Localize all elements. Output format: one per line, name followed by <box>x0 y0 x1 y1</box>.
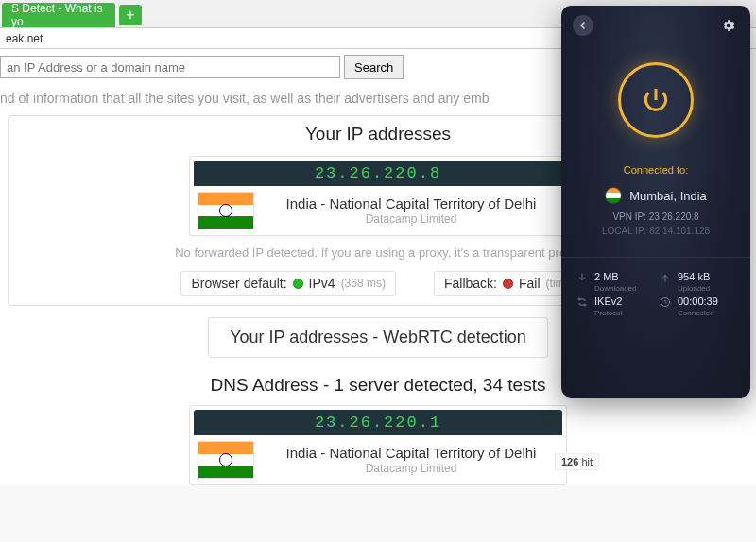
time-label: Connected <box>678 309 718 318</box>
status-dot-green-icon <box>293 279 303 289</box>
fail-label: Fail <box>519 276 541 291</box>
new-tab-button[interactable]: + <box>119 5 142 25</box>
tab-title: S Detect - What is yo <box>11 2 106 28</box>
vpn-ips: VPN IP: 23.26.220.8 LOCAL IP: 82.14.101.… <box>561 210 750 238</box>
vpn-location: Mumbai, India <box>629 189 707 203</box>
vpn-location-row[interactable]: Mumbai, India <box>561 187 750 204</box>
down-label: Downloaded <box>594 284 636 294</box>
fallback-pill: Fallback: Fail (tim <box>434 271 576 296</box>
up-label: Uploaded <box>678 284 710 294</box>
vpn-panel: Connected to: Mumbai, India VPN IP: 23.2… <box>561 6 750 398</box>
proto-value: IKEv2 <box>594 296 622 309</box>
svg-point-1 <box>584 304 586 306</box>
fallback-label: Fallback: <box>444 276 497 291</box>
local-ip-value: 82.14.101.128 <box>649 226 710 236</box>
hit-count: 126 <box>561 456 578 467</box>
browser-default-label: Browser default: <box>191 276 286 291</box>
local-ip-label: LOCAL IP: <box>602 226 646 236</box>
ip-provider: Datacamp Limited <box>264 212 558 226</box>
ip-location: India - National Capital Territory of De… <box>264 195 558 212</box>
settings-button[interactable] <box>718 15 739 36</box>
dns-provider: Datacamp Limited <box>264 462 558 475</box>
back-button[interactable] <box>573 15 593 36</box>
proto-label: Protocol <box>594 309 622 318</box>
vpn-stats: 2 MB Downloaded 954 kB Uploaded IKEv2 Pr… <box>561 257 750 330</box>
dns-ip-value: 23.26.220.1 <box>194 410 562 435</box>
browser-tab[interactable]: S Detect - What is yo <box>2 3 115 27</box>
ipv4-latency: (368 ms) <box>341 277 386 290</box>
stat-protocol: IKEv2 Protocol <box>576 296 652 318</box>
down-value: 2 MB <box>594 271 636 284</box>
browser-default-pill: Browser default: IPv4 (368 ms) <box>180 271 396 296</box>
vpn-ip-label: VPN IP: <box>612 212 646 222</box>
ip-value: 23.26.220.8 <box>194 161 562 186</box>
dns-card: 23.26.220.1 India - National Capital Ter… <box>189 405 567 485</box>
up-value: 954 kB <box>678 271 710 284</box>
svg-point-0 <box>578 298 580 300</box>
ipv4-label: IPv4 <box>309 276 335 291</box>
flag-india-icon <box>198 441 254 479</box>
search-button[interactable]: Search <box>344 55 404 79</box>
search-input[interactable] <box>0 56 340 78</box>
webrtc-button[interactable]: Your IP addresses - WebRTC detection <box>208 317 548 358</box>
power-toggle[interactable] <box>618 62 694 138</box>
hit-label: hit <box>581 456 593 467</box>
dns-location: India - National Capital Territory of De… <box>264 445 558 462</box>
ip-card: 23.26.220.8 India - National Capital Ter… <box>189 156 567 236</box>
stat-downloaded: 2 MB Downloaded <box>576 271 652 294</box>
connected-label: Connected to: <box>561 164 750 176</box>
stat-time: 00:00:39 Connected <box>660 296 735 318</box>
hit-badge: 126 hit <box>555 453 599 470</box>
time-value: 00:00:39 <box>678 296 718 309</box>
url-text: eak.net <box>6 32 43 45</box>
status-dot-red-icon <box>503 279 513 289</box>
vpn-ip-value: 23.26.220.8 <box>649 212 699 222</box>
flag-india-icon <box>605 187 622 204</box>
stat-uploaded: 954 kB Uploaded <box>660 271 735 294</box>
flag-india-icon <box>198 192 254 229</box>
